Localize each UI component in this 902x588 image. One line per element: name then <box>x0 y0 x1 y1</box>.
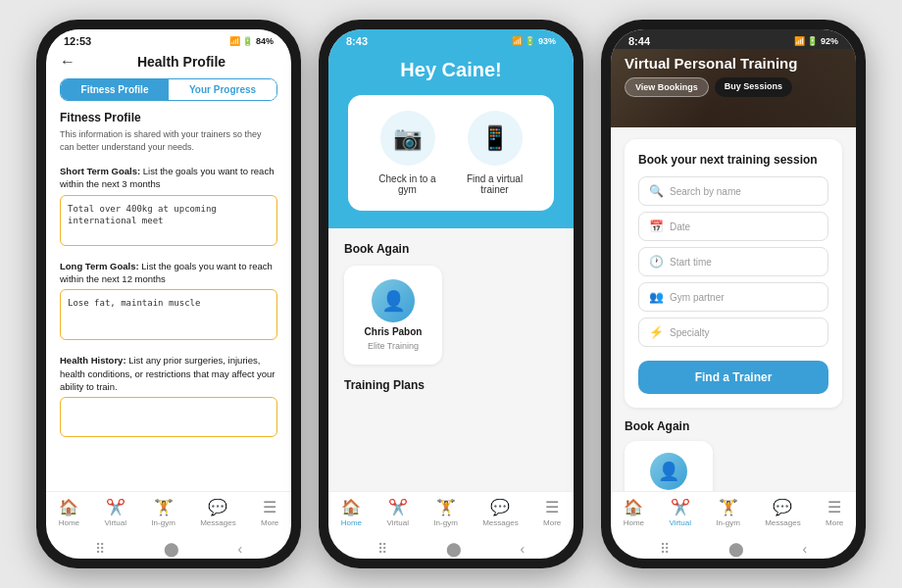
short-term-input[interactable]: Total over 400kg at upcoming internation… <box>60 195 277 246</box>
p2-hero: Hey Caine! 📷 Check in to a gym 📱 Find a … <box>328 49 574 228</box>
gesture-bar-1: ⠿ ⬤ ‹ <box>46 537 291 559</box>
short-term-label: Short Term Goals: List the goals you wan… <box>60 165 277 191</box>
date-field[interactable]: 📅 Date <box>638 212 828 241</box>
gym-partner-placeholder: Gym partner <box>670 292 818 303</box>
phone-1: 12:53 📶 🔋 84% ← Health Profile Fitness P… <box>36 20 301 568</box>
search-icon: 🔍 <box>649 184 664 198</box>
time-icon: 🕐 <box>649 255 664 269</box>
nav-more-1[interactable]: ☰More <box>261 498 278 527</box>
trainer-avatar-3: 👤 <box>650 453 687 490</box>
vpt-title: Virtual Personal Training <box>625 55 842 72</box>
tab-view-bookings[interactable]: View Bookings <box>625 77 709 97</box>
vpt-tabs: View Bookings Buy Sessions <box>625 77 842 97</box>
book-card-title: Book your next training session <box>638 153 828 167</box>
header-1: ← Health Profile <box>46 49 291 78</box>
time-2: 8:43 <box>346 35 368 47</box>
checkin-icon: 📷 <box>380 111 435 166</box>
start-time-placeholder: Start time <box>670 257 818 268</box>
gym-partner-field[interactable]: 👥 Gym partner <box>638 282 828 312</box>
trainer-card-3[interactable]: 👤 Chris Pabon Elite Training <box>625 441 713 491</box>
trainer-name-2: Chris Pabon <box>365 326 423 337</box>
specialty-placeholder: Specialty <box>670 327 818 338</box>
p2-content: Book Again 👤 Chris Pabon Elite Training … <box>328 228 574 491</box>
health-history-label: Health History: List any prior surgeries… <box>60 354 277 393</box>
search-placeholder: Search by name <box>670 186 818 197</box>
nav-more-3[interactable]: ☰More <box>826 498 843 527</box>
training-plans-label: Training Plans <box>344 378 558 392</box>
time-1: 12:53 <box>64 35 91 47</box>
status-bar-3: 8:44 📶 🔋 92% <box>611 29 856 49</box>
find-trainer-button[interactable]: Find a Trainer <box>638 361 828 394</box>
tab-buy-sessions[interactable]: Buy Sessions <box>715 77 792 97</box>
nav-ingym-3[interactable]: 🏋️In-gym <box>716 498 739 527</box>
nav-messages-2[interactable]: 💬Messages <box>482 498 518 527</box>
check-in-action[interactable]: 📷 Check in to a gym <box>374 111 442 195</box>
tab-your-progress[interactable]: Your Progress <box>169 79 276 100</box>
nav-virtual-3[interactable]: ✂️Virtual <box>669 498 691 527</box>
long-term-input[interactable]: Lose fat, maintain muscle <box>60 289 277 340</box>
find-trainer-label: Find a virtual trainer <box>461 173 529 195</box>
search-field[interactable]: 🔍 Search by name <box>638 176 828 206</box>
date-icon: 📅 <box>649 220 664 233</box>
checkin-label: Check in to a gym <box>374 173 442 195</box>
bottom-nav-3: 🏠Home ✂️Virtual 🏋️In-gym 💬Messages ☰More <box>611 491 856 537</box>
nav-ingym-1[interactable]: 🏋️In-gym <box>151 498 175 527</box>
find-trainer-icon: 📱 <box>468 111 523 166</box>
specialty-icon: ⚡ <box>649 325 664 339</box>
find-trainer-action[interactable]: 📱 Find a virtual trainer <box>461 111 529 195</box>
nav-messages-1[interactable]: 💬Messages <box>200 498 235 527</box>
start-time-field[interactable]: 🕐 Start time <box>638 247 828 276</box>
nav-virtual-1[interactable]: ✂️Virtual <box>104 498 126 527</box>
status-icons-1: 📶 🔋 84% <box>229 36 274 46</box>
status-bar-2: 8:43 📶 🔋 93% <box>328 29 574 49</box>
fitness-profile-desc: This information is shared with your tra… <box>60 128 277 153</box>
nav-virtual-2[interactable]: ✂️Virtual <box>386 498 409 527</box>
p3-hero-overlay: Virtual Personal Training View Bookings … <box>611 49 856 127</box>
health-history-input[interactable] <box>60 397 277 437</box>
nav-home-1[interactable]: 🏠Home <box>59 498 79 527</box>
back-button-1[interactable]: ← <box>60 53 75 71</box>
gym-partner-icon: 👥 <box>649 290 664 304</box>
bottom-nav-1: 🏠Home ✂️Virtual 🏋️In-gym 💬Messages ☰More <box>46 491 291 537</box>
fitness-profile-title: Fitness Profile <box>60 111 277 124</box>
trainer-avatar-2: 👤 <box>372 279 415 322</box>
page-title-1: Health Profile <box>85 54 277 70</box>
phone-2: 8:43 📶 🔋 93% Hey Caine! 📷 Check in to a … <box>319 20 583 568</box>
status-bar-1: 12:53 📶 🔋 84% <box>46 29 291 49</box>
tabs-1: Fitness Profile Your Progress <box>60 78 277 101</box>
book-again-label-2: Book Again <box>344 242 558 256</box>
gesture-bar-2: ⠿ ⬤ ‹ <box>328 537 574 559</box>
time-3: 8:44 <box>628 35 650 47</box>
nav-messages-3[interactable]: 💬Messages <box>765 498 800 527</box>
nav-ingym-2[interactable]: 🏋️In-gym <box>433 498 457 527</box>
book-card: Book your next training session 🔍 Search… <box>625 139 842 408</box>
specialty-field[interactable]: ⚡ Specialty <box>638 318 828 347</box>
status-icons-2: 📶 🔋 93% <box>512 36 556 46</box>
trainer-specialty-2: Elite Training <box>368 341 419 351</box>
p3-hero: Virtual Personal Training View Bookings … <box>611 49 856 127</box>
trainer-card-2[interactable]: 👤 Chris Pabon Elite Training <box>344 266 442 365</box>
tab-fitness-profile[interactable]: Fitness Profile <box>61 79 169 100</box>
phone-3: 8:44 📶 🔋 92% Virtual Personal Training V… <box>601 20 866 568</box>
long-term-label: Long Term Goals: List the goals you want… <box>60 260 277 286</box>
date-placeholder: Date <box>670 221 818 232</box>
book-again-label-3: Book Again <box>625 419 842 433</box>
nav-home-2[interactable]: 🏠Home <box>341 498 362 527</box>
p1-content: Fitness Profile This information is shar… <box>46 111 291 491</box>
p3-content: Book your next training session 🔍 Search… <box>611 127 856 491</box>
gesture-bar-3: ⠿ ⬤ ‹ <box>611 537 856 559</box>
hero-greeting: Hey Caine! <box>344 59 558 81</box>
bottom-nav-2: 🏠Home ✂️Virtual 🏋️In-gym 💬Messages ☰More <box>328 491 574 537</box>
status-icons-3: 📶 🔋 92% <box>794 36 838 46</box>
nav-home-3[interactable]: 🏠Home <box>624 498 644 527</box>
action-card: 📷 Check in to a gym 📱 Find a virtual tra… <box>348 95 554 211</box>
nav-more-2[interactable]: ☰More <box>543 498 561 527</box>
